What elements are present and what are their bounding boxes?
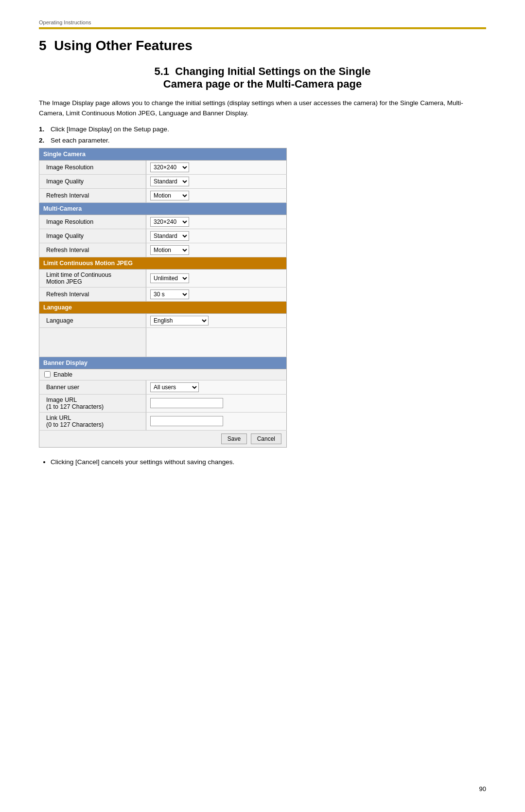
sc-image-resolution-label: Image Resolution [39,160,146,174]
breadcrumb: Operating Instructions [39,19,486,25]
language-header: Language [39,301,287,313]
mc-refresh-interval-row: Refresh Interval Motion [39,243,287,257]
banner-user-select[interactable]: All users [150,382,199,392]
page-wrapper: Operating Instructions 5 Using Other Fea… [0,0,525,497]
language-spacer-row [39,327,287,357]
bullet-list: Clicking [Cancel] cancels your settings … [51,457,486,468]
sc-image-quality-row: Image Quality Standard [39,174,287,188]
step-2-text: Set each parameter. [51,137,110,144]
language-value: English [146,313,287,327]
intro-text: The Image Display page allows you to cha… [39,98,486,119]
mc-refresh-interval-label: Refresh Interval [39,243,146,257]
lcmj-limit-time-row: Limit time of ContinuousMotion JPEG Unli… [39,269,287,287]
mc-image-resolution-label: Image Resolution [39,215,146,229]
step-1: 1. Click [Image Display] on the Setup pa… [39,126,486,133]
lcmj-header: Limit Continuous Motion JPEG [39,257,287,269]
image-url-row: Image URL(1 to 127 Characters) [39,394,287,412]
step-1-text: Click [Image Display] on the Setup page. [51,126,169,133]
sc-refresh-interval-value: Motion [146,188,287,202]
lcmj-limit-time-select[interactable]: Unlimited [150,273,189,283]
banner-user-label: Banner user [39,380,146,394]
multi-camera-header: Multi-Camera [39,202,287,215]
mc-image-quality-value: Standard [146,229,287,243]
banner-enable-checkbox-group: Enable [44,371,282,378]
language-select[interactable]: English [150,316,209,325]
language-label: Language [39,313,146,327]
mc-image-resolution-value: 320×240 [146,215,287,229]
bullet-item-1: Clicking [Cancel] cancels your settings … [51,457,486,468]
sc-image-resolution-value: 320×240 [146,160,287,174]
footer-row: Save Cancel [39,430,287,447]
sc-image-resolution-select[interactable]: 320×240 [150,162,189,172]
step-2-num: 2. [39,137,47,144]
link-url-value [146,412,287,430]
sc-image-quality-value: Standard [146,174,287,188]
banner-header: Banner Display [39,357,287,369]
single-camera-header-row: Single Camera [39,148,287,160]
cancel-button[interactable]: Cancel [251,433,281,444]
image-url-label: Image URL(1 to 127 Characters) [39,394,146,412]
mc-image-quality-label: Image Quality [39,229,146,243]
language-spacer-value [146,327,287,357]
lcmj-refresh-interval-row: Refresh Interval 30 s [39,287,287,301]
language-row: Language English [39,313,287,327]
banner-enable-checkbox[interactable] [44,371,51,378]
sc-image-quality-select[interactable]: Standard [150,177,189,186]
page-container: Operating Instructions 5 Using Other Fea… [0,0,525,812]
page-number: 90 [479,785,486,793]
footer-cell: Save Cancel [39,430,287,447]
mc-image-quality-select[interactable]: Standard [150,231,189,241]
settings-table: Single Camera Image Resolution 320×240 I… [39,148,287,448]
mc-image-quality-row: Image Quality Standard [39,229,287,243]
link-url-label: Link URL(0 to 127 Characters) [39,412,146,430]
lcmj-refresh-interval-label: Refresh Interval [39,287,146,301]
section-title: 5.1 Changing Initial Settings on the Sin… [39,65,486,90]
language-header-row: Language [39,301,287,313]
single-camera-header: Single Camera [39,148,287,160]
mc-image-resolution-row: Image Resolution 320×240 [39,215,287,229]
lcmj-refresh-interval-value: 30 s [146,287,287,301]
sc-refresh-interval-select[interactable]: Motion [150,191,189,200]
language-spacer-label [39,327,146,357]
image-url-value [146,394,287,412]
sc-refresh-interval-row: Refresh Interval Motion [39,188,287,202]
banner-user-value: All users [146,380,287,394]
mc-refresh-interval-select[interactable]: Motion [150,245,189,255]
sc-image-resolution-row: Image Resolution 320×240 [39,160,287,174]
lcmj-limit-time-value: Unlimited [146,269,287,287]
link-url-row: Link URL(0 to 127 Characters) [39,412,287,430]
gold-bar-divider [39,27,486,29]
chapter-title: 5 Using Other Features [39,38,486,54]
step-2: 2. Set each parameter. [39,137,486,144]
lcmj-header-row: Limit Continuous Motion JPEG [39,257,287,269]
sc-image-quality-label: Image Quality [39,174,146,188]
banner-user-row: Banner user All users [39,380,287,394]
lcmj-limit-time-label: Limit time of ContinuousMotion JPEG [39,269,146,287]
banner-enable-row: Enable [39,369,287,380]
link-url-input[interactable] [150,416,223,426]
mc-image-resolution-select[interactable]: 320×240 [150,217,189,227]
save-button[interactable]: Save [221,433,247,444]
mc-refresh-interval-value: Motion [146,243,287,257]
banner-enable-cell: Enable [39,369,287,380]
banner-header-row: Banner Display [39,357,287,369]
step-1-num: 1. [39,126,47,133]
multi-camera-header-row: Multi-Camera [39,202,287,215]
image-url-input[interactable] [150,398,223,408]
banner-enable-label: Enable [53,371,72,378]
lcmj-refresh-interval-select[interactable]: 30 s [150,289,189,299]
sc-refresh-interval-label: Refresh Interval [39,188,146,202]
